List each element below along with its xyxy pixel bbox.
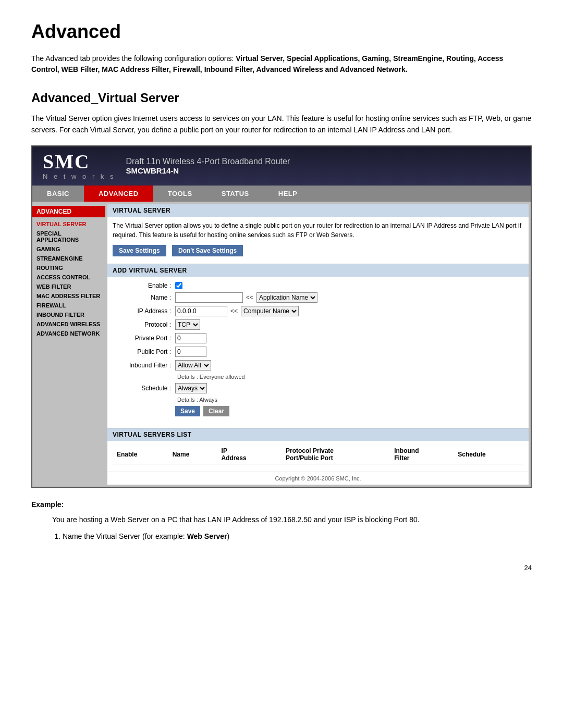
- example-label: Example:: [31, 500, 532, 509]
- form-row-schedule: Schedule : Always Never: [113, 383, 523, 393]
- col-enable: Enable: [113, 445, 168, 464]
- sidebar-item-streamengine[interactable]: STREAMENGINE: [32, 254, 105, 263]
- smc-logo: SMC N e t w o r k s: [43, 152, 115, 180]
- add-virtual-server-section: ADD VIRTUAL SERVER Enable : Name : << Ap…: [107, 264, 529, 425]
- col-protocol-port: Protocol PrivatePort/Public Port: [282, 445, 390, 464]
- save-settings-button[interactable]: Save Settings: [113, 245, 166, 256]
- virtual-server-section-content: The Virtual Server option allows you to …: [107, 217, 529, 261]
- sidebar-item-gaming[interactable]: GAMING: [32, 244, 105, 254]
- dont-save-settings-button[interactable]: Don't Save Settings: [172, 245, 243, 256]
- name-input[interactable]: [175, 292, 243, 303]
- router-footer: Copyright © 2004-2006 SMC, Inc.: [107, 472, 529, 485]
- sidebar-section-header: ADVANCED: [32, 206, 105, 217]
- form-clear-button[interactable]: Clear: [203, 406, 229, 416]
- computer-name-select[interactable]: Computer Name: [241, 306, 299, 316]
- add-virtual-server-form: Enable : Name : << Application Name: [107, 277, 529, 425]
- protocol-select[interactable]: TCP UDP Both: [175, 319, 200, 330]
- list-item-bold: Web Server: [187, 532, 227, 540]
- col-schedule: Schedule: [454, 445, 523, 464]
- enable-checkbox[interactable]: [175, 282, 182, 289]
- inbound-filter-label: Inbound Filter :: [113, 362, 175, 369]
- private-port-input[interactable]: [175, 333, 206, 343]
- page-title: Advanced: [31, 21, 532, 43]
- form-row-inbound-filter: Inbound Filter : Allow All Block All: [113, 360, 523, 371]
- intro-text-normal: The Advanced tab provides the following …: [31, 54, 236, 63]
- form-row-enable: Enable :: [113, 282, 523, 289]
- sidebar: ADVANCED VIRTUAL SERVER SPECIAL APPLICAT…: [32, 202, 105, 487]
- router-body: ADVANCED VIRTUAL SERVER SPECIAL APPLICAT…: [32, 202, 531, 487]
- form-row-public-port: Public Port :: [113, 347, 523, 357]
- form-row-actions: Save Clear: [113, 406, 523, 416]
- table-header-row: Enable Name IPAddress Protocol PrivatePo…: [113, 445, 523, 464]
- sidebar-item-mac-address-filter[interactable]: MAC ADDRESS FILTER: [32, 291, 105, 301]
- sidebar-item-inbound-filter[interactable]: INBOUND FILTER: [32, 310, 105, 319]
- router-header-title: Draft 11n Wireless 4-Port Broadband Rout…: [126, 157, 290, 166]
- sidebar-item-firewall[interactable]: FIREWALL: [32, 301, 105, 310]
- virtual-servers-list-section: VIRTUAL SERVERS LIST Enable Name IPAddre…: [107, 428, 529, 468]
- add-virtual-server-header: ADD VIRTUAL SERVER: [107, 264, 529, 277]
- sidebar-item-advanced-network[interactable]: ADVANCED NETWORK: [32, 329, 105, 338]
- sidebar-item-advanced-wireless[interactable]: ADVANCED WIRELESS: [32, 319, 105, 329]
- schedule-select[interactable]: Always Never: [175, 383, 207, 393]
- sidebar-item-routing[interactable]: ROUTING: [32, 263, 105, 273]
- intro-paragraph: The Advanced tab provides the following …: [31, 53, 532, 75]
- virtual-servers-table: Enable Name IPAddress Protocol PrivatePo…: [113, 445, 523, 464]
- enable-label: Enable :: [113, 282, 175, 289]
- brand-name: SMC: [43, 152, 115, 171]
- sidebar-item-web-filter[interactable]: WEB FILTER: [32, 282, 105, 291]
- schedule-details-text: Details : Always: [177, 397, 217, 403]
- networks-label: N e t w o r k s: [43, 172, 115, 180]
- list-item-text: Name the Virtual Server (for example: We…: [63, 532, 229, 540]
- ip-arrow: <<: [230, 307, 238, 315]
- list-item: Name the Virtual Server (for example: We…: [63, 530, 532, 543]
- tab-help[interactable]: HELP: [264, 186, 312, 202]
- private-port-label: Private Port :: [113, 335, 175, 342]
- router-title-block: Draft 11n Wireless 4-Port Broadband Rout…: [126, 157, 290, 175]
- inbound-details-text: Details : Everyone allowed: [177, 374, 245, 380]
- virtual-server-section-header: VIRTUAL SERVER: [107, 204, 529, 217]
- router-header: SMC N e t w o r k s Draft 11n Wireless 4…: [32, 146, 531, 186]
- virtual-server-section: VIRTUAL SERVER The Virtual Server option…: [107, 204, 529, 261]
- example-text: You are hosting a Web Server on a PC tha…: [52, 514, 532, 525]
- tab-basic[interactable]: BASIC: [32, 186, 84, 202]
- col-ip-address: IPAddress: [217, 445, 282, 464]
- example-list: Name the Virtual Server (for example: We…: [63, 530, 532, 543]
- protocol-label: Protocol :: [113, 321, 175, 328]
- form-save-button[interactable]: Save: [175, 406, 200, 416]
- form-row-inbound-details: Details : Everyone allowed: [113, 374, 523, 380]
- name-arrow: <<: [246, 294, 253, 301]
- virtual-server-description: The Virtual Server option allows you to …: [113, 221, 523, 240]
- sidebar-item-virtual-server[interactable]: VIRTUAL SERVER: [32, 219, 105, 229]
- ip-address-label: IP Address :: [113, 307, 175, 315]
- application-name-select[interactable]: Application Name: [256, 292, 317, 303]
- form-row-ip-address: IP Address : << Computer Name: [113, 306, 523, 316]
- name-label: Name :: [113, 294, 175, 301]
- col-name: Name: [168, 445, 217, 464]
- col-inbound-filter: InboundFilter: [390, 445, 454, 464]
- tab-advanced[interactable]: ADVANCED: [84, 186, 153, 202]
- router-ui: SMC N e t w o r k s Draft 11n Wireless 4…: [31, 145, 532, 488]
- section-description: The Virtual Server option gives Internet…: [31, 113, 532, 136]
- ip-address-input[interactable]: [175, 306, 227, 316]
- inbound-filter-select[interactable]: Allow All Block All: [175, 360, 211, 371]
- page-number: 24: [31, 564, 532, 572]
- virtual-servers-list-header: VIRTUAL SERVERS LIST: [107, 428, 529, 441]
- form-row-schedule-details: Details : Always: [113, 397, 523, 403]
- router-model: SMCWBR14-N: [126, 166, 290, 175]
- schedule-label: Schedule :: [113, 385, 175, 392]
- example-section: Example: You are hosting a Web Server on…: [31, 500, 532, 543]
- nav-tabs: BASIC ADVANCED TOOLS STATUS HELP: [32, 186, 531, 202]
- content-panel: VIRTUAL SERVER The Virtual Server option…: [107, 204, 529, 485]
- virtual-server-buttons: Save Settings Don't Save Settings: [113, 245, 523, 256]
- virtual-servers-list-content: Enable Name IPAddress Protocol PrivatePo…: [107, 441, 529, 468]
- public-port-input[interactable]: [175, 347, 206, 357]
- copyright-text: Copyright © 2004-2006 SMC, Inc.: [275, 475, 361, 482]
- sidebar-item-access-control[interactable]: ACCESS CONTROL: [32, 273, 105, 282]
- section-title: Advanced_Virtual Server: [31, 91, 532, 105]
- form-row-name: Name : << Application Name: [113, 292, 523, 303]
- tab-status[interactable]: STATUS: [207, 186, 264, 202]
- form-row-private-port: Private Port :: [113, 333, 523, 343]
- public-port-label: Public Port :: [113, 348, 175, 355]
- tab-tools[interactable]: TOOLS: [153, 186, 207, 202]
- sidebar-item-special-applications[interactable]: SPECIAL APPLICATIONS: [32, 229, 105, 244]
